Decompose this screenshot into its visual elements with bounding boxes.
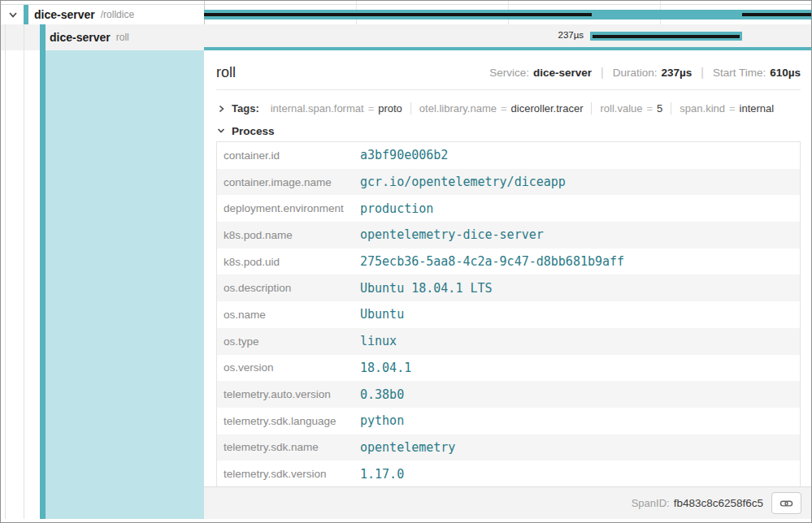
table-row: container.image.name gcr.io/opentelemetr… [217,169,800,196]
table-row: telemetry.sdk.language python [217,408,800,434]
table-row: os.name Ubuntu [217,301,800,328]
process-key: os.type [217,335,360,348]
process-value: 0.38b0 [360,387,404,402]
detail-title: roll [216,64,236,81]
process-value: opentelemetry-dice-server [360,227,544,242]
span-self-time-segment [742,13,811,16]
indent-guide [5,24,6,519]
span-service-name: dice-server [34,8,95,21]
deep-link-button[interactable] [771,492,801,514]
tag-key: internal.span.format [271,102,364,115]
tag-key: roll.value [600,102,642,115]
process-value: 18.04.1 [360,361,411,375]
tag-item: roll.value = 5 [592,102,671,115]
indent-guide [24,24,24,519]
tag-value: 5 [657,102,662,115]
process-value: python [360,413,404,428]
chevron-down-icon[interactable] [7,9,19,20]
duration-value: 237µs [661,67,692,79]
tag-equals: = [501,102,507,115]
detail-header: roll Service: dice-server | Duration: 23… [216,62,801,83]
process-value: a3bf90e006b2 [360,148,448,162]
process-key: k8s.pod.name [217,229,360,241]
link-icon [779,498,793,509]
table-row: k8s.pod.uid 275ecb36-5aa8-4c2a-9c47-d8bb… [217,249,800,275]
process-key: telemetry.auto.version [217,388,360,400]
process-key: container.id [217,149,360,162]
chevron-down-icon[interactable] [216,126,226,136]
span-operation-name: /rolldice [101,9,134,20]
process-key: os.name [217,309,360,321]
span-operation-name: roll [116,32,129,43]
detail-footer: SpanID: fb483c8c6258f6c5 [204,486,811,519]
process-key: deployment.environment [217,202,360,214]
span-id-label: SpanID: [632,497,670,509]
selected-span-accent-bar [40,24,46,519]
tag-equals: = [647,102,654,115]
service-value: dice-server [533,67,592,79]
span-self-time-segment [593,35,740,38]
process-key: os.description [217,282,360,294]
process-value: gcr.io/opentelemetry/diceapp [360,175,566,189]
process-key: k8s.pod.uid [217,256,360,268]
process-value: linux [360,334,397,348]
process-value: 275ecb36-5aa8-4c2a-9c47-d8bb681b9aff [360,254,624,269]
process-key-value-table: container.id a3bf90e006b2 container.imag… [216,141,801,488]
process-accordion[interactable]: Process [216,123,275,138]
table-row: os.description Ubuntu 18.04.1 LTS [217,274,800,301]
detail-meta: Service: dice-server | Duration: 237µs |… [489,66,801,79]
table-row: k8s.pod.name opentelemetry-dice-server [217,222,800,249]
tag-key: span.kind [680,102,725,115]
jaeger-trace-view: dice-server /rolldice dice-server roll 2… [0,0,812,523]
table-row: telemetry.auto.version 0.38b0 [217,381,800,408]
process-value: Ubuntu 18.04.1 LTS [360,281,493,296]
process-value: 1.17.0 [360,467,404,482]
tag-equals: = [729,102,736,115]
process-key: os.version [217,361,360,374]
process-value: production [360,201,433,216]
tag-value: diceroller.tracer [511,102,584,115]
child-span-bar[interactable] [590,32,742,41]
process-value: opentelemetry [360,440,455,455]
tags-label: Tags: [232,102,259,115]
timeline-row-rolldice[interactable] [204,5,811,24]
tag-item: internal.span.format = proto [263,102,411,115]
start-time-label: Start Time: [713,67,766,79]
span-detail-panel: roll Service: dice-server | Duration: 23… [204,50,811,519]
process-key: container.image.name [217,176,360,188]
span-row-roll-selected[interactable]: dice-server roll [1,24,204,50]
process-key: telemetry.sdk.name [217,441,360,453]
tag-key: otel.library.name [419,102,497,115]
chevron-right-icon[interactable] [216,104,226,114]
table-row: os.version 18.04.1 [217,355,800,382]
tag-value: proto [378,102,402,115]
parent-span-bar[interactable] [204,10,811,19]
meta-separator: | [601,66,604,79]
selected-span-highlight [46,50,204,519]
tag-value: internal [740,102,775,115]
meta-separator: | [701,66,704,79]
table-row: telemetry.sdk.version 1.17.0 [217,460,800,487]
table-row: os.type linux [217,328,800,355]
child-span-duration-label: 237µs [204,30,590,40]
process-key: telemetry.sdk.version [217,468,360,480]
table-row: container.id a3bf90e006b2 [217,142,800,169]
tag-item: span.kind = internal [671,102,782,115]
span-id-value: fb483c8c6258f6c5 [674,497,763,509]
table-row: deployment.environment production [217,195,800,222]
process-key: telemetry.sdk.language [217,415,360,427]
header-divider [216,89,801,90]
service-color-strip [24,5,28,24]
timeline-row-roll[interactable]: 237µs [204,24,811,47]
start-time-value: 610µs [770,67,801,79]
process-value: Ubuntu [360,307,404,322]
tag-item: otel.library.name = diceroller.tracer [411,102,593,115]
tags-accordion[interactable]: Tags: internal.span.format = proto otel.… [216,97,801,119]
duration-label: Duration: [613,67,658,79]
service-label: Service: [489,67,529,79]
tag-equals: = [368,102,375,115]
span-row-rolldice[interactable]: dice-server /rolldice [1,5,204,24]
span-self-time-segment [204,13,592,16]
process-label: Process [232,125,275,137]
span-service-name: dice-server [50,31,111,44]
